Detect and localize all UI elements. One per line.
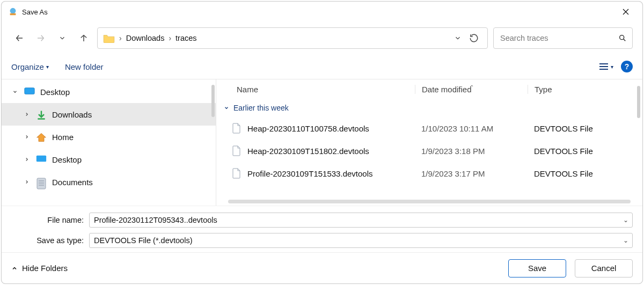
file-icon <box>232 145 241 156</box>
breadcrumb-segment[interactable]: Downloads <box>126 34 165 42</box>
tree-item-label: Downloads <box>52 110 92 119</box>
file-date: 1/9/2023 3:17 PM <box>415 169 528 178</box>
chevron-right-icon <box>23 179 31 185</box>
cancel-button[interactable]: Cancel <box>575 259 633 277</box>
file-name: Heap-20230109T151802.devtools <box>247 147 369 156</box>
chevron-down-icon <box>224 105 229 111</box>
address-bar[interactable]: › Downloads › traces <box>97 27 488 49</box>
document-icon <box>36 177 47 187</box>
file-icon <box>232 123 241 134</box>
view-menu[interactable]: ▾ <box>599 62 613 71</box>
svg-rect-17 <box>36 156 46 162</box>
nav-back-button[interactable] <box>11 30 27 46</box>
svg-point-0 <box>10 8 16 14</box>
folder-icon <box>103 33 115 43</box>
save-button[interactable]: Save <box>508 259 566 277</box>
breadcrumb-segment[interactable]: traces <box>175 34 197 42</box>
chevron-right-icon <box>23 112 31 117</box>
tree-item-label: Desktop <box>40 87 70 97</box>
svg-rect-18 <box>37 178 46 189</box>
column-name[interactable]: Name <box>216 85 415 94</box>
file-list: Name ⌃ Date modified Type Earlier this w… <box>216 79 642 206</box>
file-row[interactable]: Heap-20230110T100758.devtools 1/10/2023 … <box>216 117 642 140</box>
file-row[interactable]: Heap-20230109T151802.devtools 1/9/2023 3… <box>216 140 642 162</box>
file-row[interactable]: Profile-20230109T151533.devtools 1/9/202… <box>216 162 642 185</box>
tree-scrollbar[interactable] <box>211 85 215 117</box>
chevron-right-icon <box>23 134 31 140</box>
sort-indicator-icon: ⌃ <box>470 84 474 90</box>
svg-marker-16 <box>37 134 46 142</box>
tree-item-home[interactable]: Home <box>2 126 216 148</box>
chevron-down-icon <box>11 89 19 94</box>
help-button[interactable]: ? <box>621 61 633 72</box>
file-name-label: File name: <box>11 216 89 224</box>
file-name: Heap-20230110T100758.devtools <box>247 124 369 133</box>
address-dropdown-button[interactable] <box>450 30 466 46</box>
organize-menu[interactable]: Organize▾ <box>11 62 49 71</box>
app-icon <box>8 7 18 17</box>
desktop-icon <box>36 155 47 164</box>
column-headers: Name ⌃ Date modified Type <box>216 79 642 99</box>
tree-item-label: Documents <box>52 178 93 187</box>
file-type: DEVTOOLS File <box>528 124 642 133</box>
file-date: 1/10/2023 10:11 AM <box>415 124 528 133</box>
new-folder-button[interactable]: New folder <box>65 62 104 71</box>
nav-forward-button[interactable] <box>33 30 49 46</box>
tree-item-downloads[interactable]: Downloads <box>2 103 216 126</box>
group-label: Earlier this week <box>233 104 289 112</box>
tree-item-desktop[interactable]: Desktop <box>2 148 216 171</box>
titlebar: Save As <box>2 2 642 22</box>
svg-rect-1 <box>10 13 16 16</box>
desktop-icon <box>24 87 35 97</box>
svg-point-7 <box>620 35 624 40</box>
tree-item-label: Desktop <box>52 155 82 164</box>
footer: Hide Folders Save Cancel <box>2 252 642 283</box>
file-type: DEVTOOLS File <box>528 169 642 178</box>
save-form: File name: ⌄ Save as type: ⌄ <box>2 206 642 252</box>
file-hscrollbar[interactable] <box>228 200 631 203</box>
chevron-right-icon: › <box>169 34 171 42</box>
save-type-label: Save as type: <box>11 236 89 245</box>
svg-rect-12 <box>25 88 34 94</box>
tree-item-documents[interactable]: Documents <box>2 171 216 193</box>
save-as-dialog: Save As › Downloads › traces <box>1 1 643 284</box>
chevron-up-icon <box>11 265 18 272</box>
folder-tree: Desktop Downloads Home <box>2 79 216 206</box>
file-type: DEVTOOLS File <box>528 147 642 156</box>
file-date: 1/9/2023 3:18 PM <box>415 147 528 156</box>
nav-row: › Downloads › traces <box>2 22 642 54</box>
file-name-input[interactable] <box>89 213 633 228</box>
file-vscrollbar[interactable] <box>637 86 640 118</box>
refresh-button[interactable] <box>466 30 482 46</box>
nav-up-button[interactable] <box>76 30 92 46</box>
nav-recent-button[interactable] <box>54 30 70 46</box>
close-button[interactable] <box>613 3 638 20</box>
save-type-select[interactable] <box>89 233 633 248</box>
search-box[interactable] <box>493 27 633 49</box>
column-type[interactable]: Type <box>528 85 642 94</box>
home-icon <box>36 132 47 142</box>
chevron-right-icon <box>23 157 31 162</box>
chevron-down-icon: ▾ <box>46 64 49 70</box>
window-title: Save As <box>22 8 48 16</box>
column-date-modified[interactable]: ⌃ Date modified <box>415 85 528 94</box>
download-icon <box>36 109 47 119</box>
search-input[interactable] <box>499 33 618 43</box>
svg-line-8 <box>624 39 626 41</box>
group-header[interactable]: Earlier this week <box>216 99 642 117</box>
tree-item-desktop-root[interactable]: Desktop <box>2 81 216 103</box>
content-split: Desktop Downloads Home <box>2 79 642 206</box>
toolbar: Organize▾ New folder ▾ ? <box>2 54 642 79</box>
file-name: Profile-20230109T151533.devtools <box>247 169 373 178</box>
hide-folders-label: Hide Folders <box>22 264 68 273</box>
tree-item-label: Home <box>52 133 74 142</box>
search-icon <box>618 34 627 42</box>
file-icon <box>232 168 241 179</box>
list-view-icon <box>599 62 609 71</box>
chevron-down-icon: ▾ <box>611 64 613 70</box>
hide-folders-button[interactable]: Hide Folders <box>11 264 68 273</box>
chevron-right-icon: › <box>119 34 122 42</box>
